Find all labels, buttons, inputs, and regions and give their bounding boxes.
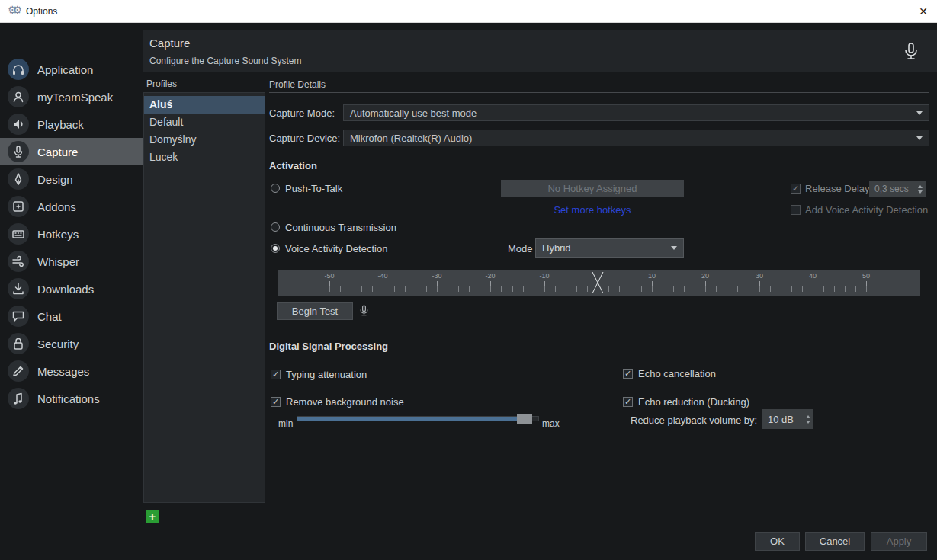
sidebar-item-application[interactable]: Application: [0, 56, 143, 83]
meter-needle-icon[interactable]: [590, 271, 605, 297]
download-icon: [8, 278, 29, 299]
sidebar-item-label: Security: [37, 338, 79, 350]
meter-scale-label: -40: [377, 272, 387, 280]
echo-reduction-label: Echo reduction (Ducking): [638, 396, 749, 408]
keyboard-icon: [8, 223, 29, 245]
gears-icon: ⚙⚙: [8, 4, 18, 16]
push-to-talk-radio[interactable]: [271, 184, 280, 193]
profile-item-lucek[interactable]: Lucek: [144, 149, 265, 166]
sidebar-item-myteamspeak[interactable]: myTeamSpeak: [0, 83, 143, 110]
microphone-icon: [902, 41, 920, 66]
microphone-icon: [358, 303, 370, 322]
profiles-panel-label: Profiles: [146, 78, 177, 89]
sidebar-item-chat[interactable]: Chat: [0, 302, 143, 330]
sidebar-item-hotkeys[interactable]: Hotkeys: [0, 220, 143, 248]
sidebar-item-label: Chat: [37, 310, 62, 323]
profile-details-label: Profile Details: [269, 79, 326, 90]
sidebar-item-security[interactable]: Security: [0, 330, 143, 357]
person-icon: [8, 86, 29, 107]
set-more-hotkeys-link[interactable]: Set more hotkeys: [501, 204, 684, 216]
chevron-down-icon: [916, 111, 923, 115]
begin-test-button[interactable]: Begin Test: [277, 302, 353, 320]
sidebar-item-label: Notifications: [37, 392, 100, 405]
capture-device-select[interactable]: Mikrofon (Realtek(R) Audio): [343, 130, 929, 146]
page-header: Capture Configure the Capture Sound Syst…: [143, 30, 937, 72]
profile-item-default[interactable]: Default: [144, 114, 265, 131]
release-delay-value: 0,3 secs: [874, 184, 909, 194]
continuous-transmission-radio[interactable]: [271, 222, 280, 232]
sidebar-item-label: Application: [37, 63, 93, 76]
apply-button[interactable]: Apply: [871, 532, 927, 551]
cancel-button[interactable]: Cancel: [805, 532, 865, 551]
remove-background-noise-label: Remove background noise: [286, 396, 404, 408]
add-vad-checkbox[interactable]: [791, 205, 801, 215]
speech-bubble-icon: [8, 306, 29, 327]
page-subtitle: Configure the Capture Sound System: [149, 56, 301, 66]
noise-slider-handle[interactable]: [517, 414, 532, 424]
noise-slider[interactable]: [297, 416, 539, 421]
sidebar-item-label: Whisper: [37, 255, 79, 268]
stepper-arrows-icon[interactable]: [918, 181, 923, 197]
sidebar-item-label: Playback: [37, 118, 84, 131]
echo-reduction-checkbox[interactable]: ✓: [623, 397, 633, 407]
dsp-title: Digital Signal Processing: [269, 341, 388, 352]
titlebar: ⚙⚙ Options ✕: [0, 0, 937, 23]
divider: [269, 92, 929, 93]
add-profile-button[interactable]: +: [146, 510, 159, 523]
sidebar-item-label: myTeamSpeak: [37, 91, 113, 104]
typing-attenuation-checkbox[interactable]: ✓: [271, 370, 281, 379]
sidebar-item-downloads[interactable]: Downloads: [0, 275, 143, 302]
pencil-icon: [8, 360, 29, 382]
echo-cancellation-label: Echo cancellation: [638, 368, 716, 379]
sidebar-item-whisper[interactable]: Whisper: [0, 248, 143, 275]
capture-mode-select[interactable]: Automatically use best mode: [343, 104, 929, 121]
continuous-transmission-label: Continuous Transmission: [285, 222, 396, 233]
music-note-icon: [8, 388, 29, 409]
meter-scale-label: 50: [862, 272, 870, 280]
page-title: Capture: [149, 37, 190, 50]
profiles-list: Aluś Default Domyślny Lucek: [143, 92, 265, 503]
sidebar-item-messages[interactable]: Messages: [0, 357, 143, 385]
meter-scale-label: 30: [756, 272, 763, 280]
slider-max-label: max: [542, 418, 560, 429]
activation-title: Activation: [269, 160, 317, 171]
stepper-arrows-icon[interactable]: [806, 409, 810, 429]
headphones-icon: [8, 59, 29, 80]
profile-item-domyslny[interactable]: Domyślny: [144, 131, 265, 149]
wind-icon: [8, 251, 29, 272]
options-window: ⚙⚙ Options ✕ Application myTeamSpeak Pla…: [0, 0, 937, 560]
speaker-icon: [8, 114, 29, 135]
meter-scale-label: -50: [324, 272, 334, 280]
chevron-down-icon: [916, 136, 923, 140]
addon-box-icon: [8, 196, 29, 217]
noise-slider-fill: [297, 417, 521, 421]
hotkey-assign-button[interactable]: No Hotkey Assigned: [501, 180, 684, 197]
sidebar-item-addons[interactable]: Addons: [0, 193, 143, 220]
ok-button[interactable]: OK: [755, 532, 800, 551]
vad-mode-value: Hybrid: [542, 242, 571, 254]
echo-cancellation-checkbox[interactable]: ✓: [623, 369, 633, 379]
release-delay-checkbox[interactable]: ✓: [791, 184, 801, 194]
sidebar-item-label: Addons: [37, 200, 76, 213]
remove-background-noise-checkbox[interactable]: ✓: [271, 397, 281, 407]
sidebar-item-label: Design: [37, 173, 73, 186]
capture-device-label: Capture Device:: [269, 133, 340, 144]
reduce-volume-stepper[interactable]: 10 dB: [762, 409, 813, 429]
sidebar-item-design[interactable]: Design: [0, 165, 143, 193]
reduce-volume-value: 10 dB: [768, 414, 794, 425]
release-delay-stepper[interactable]: 0,3 secs: [869, 181, 926, 197]
pen-nib-icon: [8, 168, 29, 190]
reduce-volume-label: Reduce playback volume by:: [631, 414, 757, 426]
vad-mode-select[interactable]: Hybrid: [535, 238, 684, 258]
sidebar-item-playback[interactable]: Playback: [0, 110, 143, 138]
sidebar-item-label: Capture: [37, 146, 78, 158]
sidebar-item-notifications[interactable]: Notifications: [0, 385, 143, 412]
close-icon[interactable]: ✕: [914, 2, 932, 21]
sidebar-item-capture[interactable]: Capture: [0, 138, 143, 165]
sidebar-item-label: Hotkeys: [37, 228, 79, 241]
meter-scale-label: 40: [809, 272, 817, 280]
profile-item-alus[interactable]: Aluś: [144, 96, 265, 114]
voice-activity-detection-radio[interactable]: [271, 244, 280, 253]
meter-scale-label: 10: [648, 272, 656, 280]
meter-scale-label: -20: [485, 272, 495, 280]
